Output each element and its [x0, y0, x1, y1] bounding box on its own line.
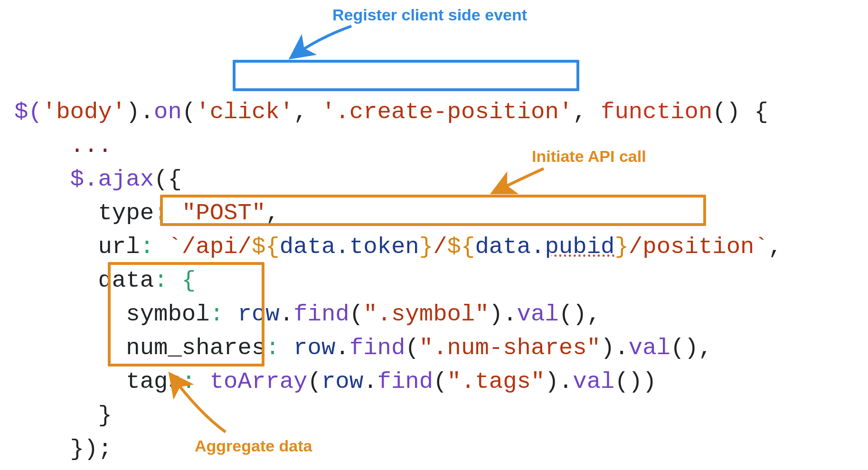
code-token: val: [629, 335, 670, 361]
code-token: ${: [252, 234, 280, 260]
code-token: tags: [14, 368, 182, 395]
code-token: :: [154, 200, 182, 226]
diagram-stage: Register client side event Initiate API …: [0, 0, 868, 470]
code-token: ,: [768, 234, 782, 260]
code-token: data: [280, 234, 336, 260]
code-token: :: [140, 234, 168, 260]
code-token: ).: [545, 368, 573, 395]
code-token: ).: [601, 335, 629, 361]
code-token: ...: [70, 132, 112, 159]
code-token: /position`: [629, 234, 768, 260]
code-token: url: [14, 234, 140, 260]
code-token: (: [349, 301, 363, 328]
code-token: [14, 132, 70, 159]
code-token: 'click': [196, 99, 293, 125]
code-token: ()): [614, 368, 656, 395]
code-token: ".num-shares": [419, 335, 601, 361]
code-token: ,: [573, 99, 601, 125]
code-token: data: [475, 234, 531, 260]
code-token: ,: [265, 200, 279, 226]
code-token: }: [614, 234, 628, 260]
code-token: (),: [670, 335, 712, 361]
code-token: (),: [559, 301, 601, 328]
code-token: ,: [293, 99, 321, 125]
code-token: .: [335, 335, 349, 361]
code-token: () {: [712, 99, 768, 125]
code-token: .token: [335, 234, 419, 260]
code-token: :: [182, 368, 210, 395]
code-block: $('body').on('click', '.create-position'…: [14, 62, 782, 470]
code-token: (: [405, 335, 419, 361]
code-token: row: [321, 368, 363, 395]
code-token: row: [237, 301, 279, 328]
annotation-event-label: Register client side event: [332, 6, 527, 24]
code-token: ).: [126, 99, 154, 125]
code-token: .: [531, 234, 545, 260]
code-token: ${: [447, 234, 475, 260]
code-token: pubid: [545, 234, 614, 260]
code-token: ".tags": [447, 368, 545, 395]
code-token: row: [293, 335, 335, 361]
code-token: :: [265, 335, 293, 361]
code-token: 'body': [42, 99, 126, 125]
code-token: '.create-position': [321, 99, 573, 125]
code-token: val: [517, 301, 559, 328]
code-token: (: [308, 368, 321, 395]
code-token: }: [14, 402, 112, 429]
code-token: val: [573, 368, 614, 395]
code-token: (: [182, 99, 196, 125]
code-token: .: [280, 301, 293, 328]
code-token: num_shares: [14, 335, 265, 361]
code-token: :: [210, 301, 238, 328]
code-token: find: [349, 335, 406, 361]
code-token: : {: [154, 267, 196, 294]
code-token: ).: [489, 301, 517, 328]
code-token: "POST": [182, 200, 265, 226]
code-token: ({: [154, 166, 182, 193]
code-token: function: [601, 99, 712, 125]
code-token: `/api/: [168, 234, 251, 260]
code-token: ajax: [98, 166, 154, 193]
code-token: symbol: [14, 301, 210, 328]
code-token: /: [433, 234, 447, 260]
code-token: on: [154, 99, 182, 125]
code-token: });: [14, 436, 112, 462]
code-token: }: [419, 234, 433, 260]
code-token: ".symbol": [363, 301, 489, 328]
code-token: find: [377, 368, 434, 395]
code-token: (: [433, 368, 447, 395]
code-token: $.: [14, 166, 98, 193]
code-token: find: [293, 301, 349, 328]
code-token: toArray: [210, 368, 308, 395]
code-token: type: [14, 200, 154, 226]
code-token: data: [14, 267, 154, 294]
code-token: .: [363, 368, 377, 395]
code-token: $(: [14, 99, 42, 125]
